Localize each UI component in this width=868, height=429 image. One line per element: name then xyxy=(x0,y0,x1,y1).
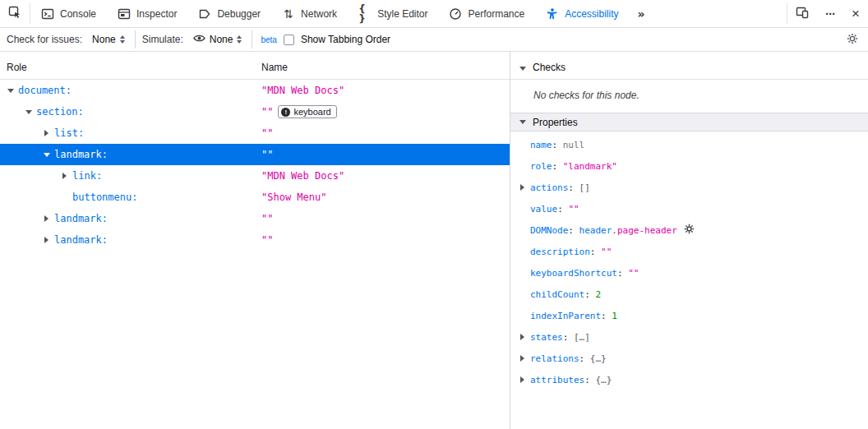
check-for-issues-select[interactable]: None xyxy=(89,32,128,47)
style-editor-icon: { } xyxy=(358,7,372,21)
properties-title: Properties xyxy=(533,117,578,128)
devtools-menu-button[interactable]: ··· xyxy=(817,0,843,27)
checks-title: Checks xyxy=(533,62,566,73)
pick-accessible-icon xyxy=(8,6,21,21)
chevron-double-right-icon: » xyxy=(638,7,645,21)
tab-inspector[interactable]: Inspector xyxy=(107,0,187,27)
meatball-menu-icon: ··· xyxy=(825,7,835,21)
expand-arrow-icon[interactable] xyxy=(41,128,52,139)
responsive-design-mode-button[interactable] xyxy=(787,0,817,27)
accessibility-toolbar: Check for issues: None Simulate: None be… xyxy=(0,28,868,52)
accessibility-sidebar: Checks No checks for this node. Properti… xyxy=(510,52,868,429)
property-row-relations[interactable]: relations: {…} xyxy=(510,348,868,369)
keyboard-audit-badge[interactable]: ! keyboard xyxy=(278,105,336,118)
property-row-name[interactable]: name: null xyxy=(510,134,868,155)
show-tabbing-order-label[interactable]: Show Tabbing Order xyxy=(301,34,390,45)
network-icon: ⇅ xyxy=(282,7,295,21)
debugger-icon xyxy=(198,7,211,21)
expand-arrow-icon[interactable] xyxy=(41,150,52,160)
checks-section-header[interactable]: Checks xyxy=(510,52,868,80)
tab-label: Debugger xyxy=(217,8,261,20)
accessibility-icon xyxy=(546,7,559,21)
tab-label: Style Editor xyxy=(377,8,427,20)
tree-row-list[interactable]: list: "" xyxy=(0,122,510,144)
separator xyxy=(252,30,252,48)
expand-arrow-icon[interactable] xyxy=(517,332,528,343)
tab-accessibility[interactable]: Accessibility xyxy=(535,0,629,27)
expand-arrow-slot xyxy=(517,204,528,214)
accessibility-panel-content: Role Name document: "MDN Web Docs" secti… xyxy=(0,52,868,429)
select-arrows-icon xyxy=(237,35,242,44)
accessibility-tree: document: "MDN Web Docs" section: "" ! k… xyxy=(0,80,510,251)
accessibility-tree-pane: Role Name document: "MDN Web Docs" secti… xyxy=(0,52,510,429)
tree-row-landmark[interactable]: landmark: "" xyxy=(0,208,510,229)
tab-performance[interactable]: Performance xyxy=(438,0,535,27)
tree-row-link[interactable]: link: "MDN Web Docs" xyxy=(0,165,510,187)
separator xyxy=(135,30,136,48)
select-arrows-icon xyxy=(120,35,125,44)
check-for-issues-label: Check for issues: xyxy=(7,34,82,45)
settings-gear-button[interactable] xyxy=(843,33,861,47)
property-row-description[interactable]: description: "" xyxy=(510,241,868,262)
inspector-icon xyxy=(118,7,131,21)
expand-arrow-icon[interactable] xyxy=(517,63,528,74)
property-row-value[interactable]: value: "" xyxy=(510,198,868,219)
tree-row-landmark[interactable]: landmark: "" xyxy=(0,229,510,251)
alert-icon: ! xyxy=(281,108,290,117)
pick-accessible-object-button[interactable] xyxy=(0,0,30,27)
tab-console[interactable]: Console xyxy=(30,0,107,27)
tab-debugger[interactable]: Debugger xyxy=(187,0,271,27)
property-row-actions[interactable]: actions: [] xyxy=(510,177,868,198)
properties-list: name: null role: "landmark" actions: [] … xyxy=(510,131,868,390)
simulate-select[interactable]: None xyxy=(190,32,246,47)
simulate-value: None xyxy=(210,34,233,45)
expand-arrow-icon[interactable] xyxy=(41,235,52,246)
tree-row-document[interactable]: document: "MDN Web Docs" xyxy=(0,80,510,101)
expand-arrow-icon[interactable] xyxy=(517,353,528,364)
checks-empty-message: No checks for this node. xyxy=(533,90,868,101)
eye-icon xyxy=(193,34,205,45)
close-icon: × xyxy=(852,7,860,21)
property-row-keyboardshortcut[interactable]: keyboardShortcut: "" xyxy=(510,262,868,284)
property-row-indexinparent[interactable]: indexInParent: 1 xyxy=(510,305,868,326)
expand-arrow-icon[interactable] xyxy=(517,182,528,193)
show-tabbing-order-checkbox[interactable] xyxy=(284,35,294,45)
beta-badge: beta xyxy=(261,35,276,44)
console-icon xyxy=(41,7,54,21)
inspect-node-button[interactable] xyxy=(684,224,695,237)
column-header-role: Role xyxy=(0,62,261,73)
expand-arrow-slot xyxy=(517,161,528,172)
property-row-attributes[interactable]: attributes: {…} xyxy=(510,369,868,390)
tab-style-editor[interactable]: { } Style Editor xyxy=(348,0,438,27)
overflow-tabs-button[interactable]: » xyxy=(630,0,653,27)
close-devtools-button[interactable]: × xyxy=(843,0,868,27)
tab-network[interactable]: ⇅ Network xyxy=(271,0,348,27)
tree-row-landmark-selected[interactable]: landmark: "" xyxy=(0,144,510,165)
tree-row-section[interactable]: section: "" ! keyboard xyxy=(0,101,510,122)
tab-label: Inspector xyxy=(136,8,177,20)
expand-arrow-icon[interactable] xyxy=(5,85,16,96)
expand-arrow-slot xyxy=(517,140,528,150)
expand-arrow-icon[interactable] xyxy=(41,214,52,224)
expand-arrow-icon[interactable] xyxy=(517,117,528,127)
properties-section-header[interactable]: Properties xyxy=(510,113,868,131)
performance-icon xyxy=(449,7,462,21)
expand-arrow-icon[interactable] xyxy=(59,171,70,182)
property-row-domnode[interactable]: DOMNode: header.page-header xyxy=(510,219,868,241)
property-row-states[interactable]: states: […] xyxy=(510,326,868,348)
check-for-issues-value: None xyxy=(92,34,116,45)
expand-arrow-icon[interactable] xyxy=(517,375,528,385)
expand-arrow-slot xyxy=(517,225,528,236)
expand-arrow-slot xyxy=(517,247,528,257)
responsive-design-mode-icon xyxy=(796,6,809,21)
tabbar-spacer xyxy=(653,0,787,27)
tree-column-headers: Role Name xyxy=(0,52,510,80)
property-row-role[interactable]: role: "landmark" xyxy=(510,155,868,177)
column-header-name: Name xyxy=(261,62,288,73)
property-row-childcount[interactable]: childCount: 2 xyxy=(510,284,868,305)
expand-arrow-slot xyxy=(517,289,528,300)
expand-arrow-icon[interactable] xyxy=(23,107,34,118)
tab-label: Accessibility xyxy=(565,8,618,20)
tab-label: Performance xyxy=(468,8,524,20)
tree-row-buttonmenu[interactable]: buttonmenu: "Show Menu" xyxy=(0,187,510,208)
